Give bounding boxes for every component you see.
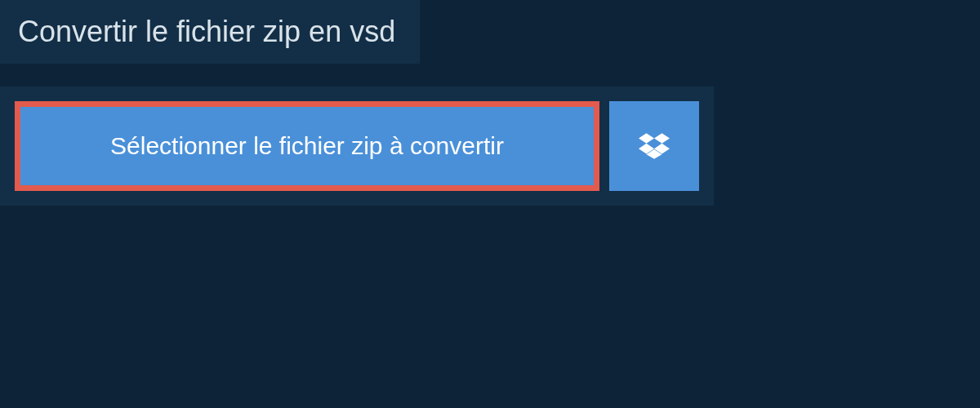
- dropbox-button[interactable]: [609, 101, 699, 191]
- dropbox-icon: [639, 131, 670, 162]
- upload-panel: Sélectionner le fichier zip à convertir: [0, 86, 714, 206]
- select-file-label: Sélectionner le fichier zip à convertir: [110, 132, 504, 160]
- heading-container: Convertir le fichier zip en vsd: [0, 0, 420, 64]
- button-row: Sélectionner le fichier zip à convertir: [15, 101, 699, 191]
- page-title: Convertir le fichier zip en vsd: [18, 15, 395, 49]
- select-file-button[interactable]: Sélectionner le fichier zip à convertir: [15, 101, 599, 191]
